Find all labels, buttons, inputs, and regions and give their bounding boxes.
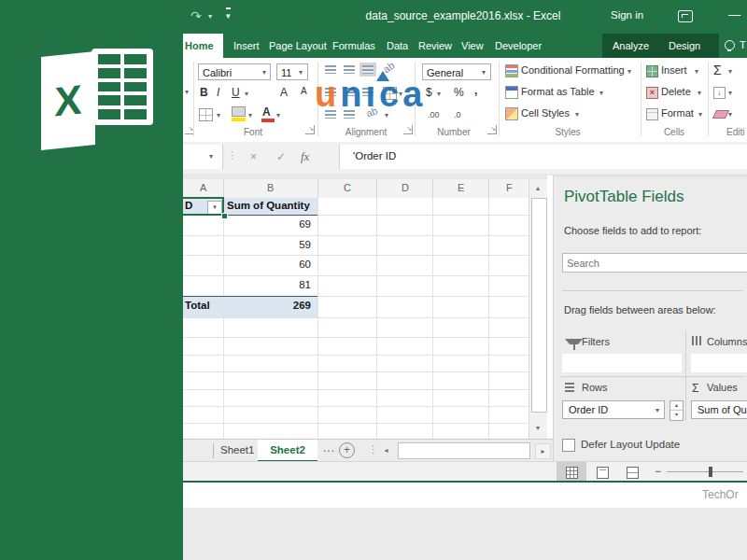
underline-dropdown-icon[interactable]: ▾ xyxy=(245,90,248,98)
values-field-sum-of-quantity[interactable]: Sum of Quantity xyxy=(691,400,747,419)
font-size-dropdown-icon[interactable]: ▾ xyxy=(299,68,303,77)
tab-formulas[interactable]: Formulas xyxy=(332,34,375,58)
column-header-e[interactable]: E xyxy=(458,182,464,193)
clipboard-dropdown-icon[interactable]: ▾ xyxy=(185,88,189,96)
tab-design[interactable]: Design xyxy=(669,34,700,58)
fill-down-icon[interactable]: ↓ xyxy=(713,87,726,99)
name-box-dropdown-icon[interactable]: ▾ xyxy=(209,152,213,161)
worksheet-grid[interactable]: D ▾ Sum of Quantity 69 59 60 81 Total 26… xyxy=(183,198,529,439)
normal-view-icon[interactable] xyxy=(566,467,578,479)
page-break-preview-icon[interactable] xyxy=(627,467,639,479)
conditional-formatting-dropdown-icon[interactable]: ▾ xyxy=(627,67,631,76)
fill-color-icon[interactable] xyxy=(232,106,246,117)
number-dialog-launcher-icon[interactable]: ↘ xyxy=(487,125,497,134)
page-layout-view-icon[interactable] xyxy=(597,467,609,479)
autosum-dropdown-icon[interactable]: ▾ xyxy=(728,67,732,76)
sheet-tab-sheet1[interactable]: Sheet1 xyxy=(220,444,254,455)
pivot-value-cell[interactable]: 81 xyxy=(183,279,311,290)
pivot-value-cell[interactable]: 60 xyxy=(183,259,311,270)
column-header-a[interactable]: A xyxy=(200,182,206,193)
font-dialog-launcher-icon[interactable]: ↘ xyxy=(305,125,315,134)
accounting-dropdown-icon[interactable]: ▾ xyxy=(437,90,441,98)
column-header-f[interactable]: F xyxy=(506,182,513,193)
minimize-button[interactable]: — xyxy=(728,7,740,21)
conditional-formatting-button[interactable]: Conditional Formatting xyxy=(521,64,625,76)
horizontal-scroll-thumb[interactable] xyxy=(398,442,530,459)
cancel-icon[interactable]: × xyxy=(250,150,257,163)
rows-field-order-id[interactable]: Order ID ▾ xyxy=(562,400,665,419)
tab-insert[interactable]: Insert xyxy=(233,34,260,58)
tab-review[interactable]: Review xyxy=(418,34,452,58)
scroll-down-icon[interactable]: ▾ xyxy=(529,424,546,432)
borders-icon[interactable] xyxy=(199,108,213,121)
vertical-scrollbar[interactable]: ▴ ▾ xyxy=(529,179,548,439)
tell-me-label[interactable]: T xyxy=(740,39,746,50)
font-color-icon[interactable]: A xyxy=(262,105,271,119)
comma-style-icon[interactable]: , xyxy=(474,84,477,97)
zoom-out-icon[interactable]: − xyxy=(655,465,661,478)
middle-align-icon[interactable] xyxy=(344,65,355,74)
font-name-dropdown-icon[interactable]: ▾ xyxy=(262,68,266,77)
hscroll-left-icon[interactable]: ◂ xyxy=(379,443,393,457)
format-cells-button[interactable]: Format xyxy=(661,107,694,119)
customize-qat-icon[interactable]: ▾ xyxy=(226,7,231,21)
tab-view[interactable]: View xyxy=(461,34,484,58)
sign-in-button[interactable]: Sign in xyxy=(611,9,643,21)
top-align-icon[interactable] xyxy=(325,65,336,74)
cell-styles-button[interactable]: Cell Styles xyxy=(521,107,570,119)
defer-layout-checkbox[interactable] xyxy=(562,439,575,452)
fill-dropdown-icon[interactable]: ▾ xyxy=(728,89,732,97)
vertical-scroll-thumb[interactable] xyxy=(531,198,547,413)
increase-decimal-icon[interactable]: .00 xyxy=(428,110,440,119)
spinner-down-icon[interactable]: ▾ xyxy=(670,410,683,419)
zoom-slider-track[interactable] xyxy=(667,471,743,472)
zoom-slider-thumb[interactable] xyxy=(709,467,712,477)
columns-drop-area[interactable] xyxy=(691,354,747,372)
formula-input[interactable]: 'Order ID xyxy=(339,145,747,169)
shrink-font-button[interactable]: A xyxy=(301,86,307,96)
format-cells-dropdown-icon[interactable]: ▾ xyxy=(698,110,702,119)
clear-eraser-icon[interactable] xyxy=(712,110,729,119)
alignment-dialog-launcher-icon[interactable]: ↘ xyxy=(403,125,413,134)
tab-bar-handle[interactable]: ⋮ xyxy=(368,443,378,455)
font-name-combobox[interactable]: Calibri xyxy=(198,63,271,80)
grow-font-button[interactable]: A xyxy=(280,86,288,99)
spinner-up-icon[interactable]: ▴ xyxy=(670,401,683,410)
delete-cells-dropdown-icon[interactable]: ▾ xyxy=(698,89,701,97)
underline-button[interactable]: U xyxy=(232,86,240,99)
filters-drop-area[interactable] xyxy=(562,354,682,372)
tab-page-layout[interactable]: Page Layout xyxy=(269,34,327,58)
pivot-grand-total-value[interactable]: 269 xyxy=(183,300,311,311)
pivot-value-cell[interactable]: 69 xyxy=(183,218,311,230)
column-header-b[interactable]: B xyxy=(267,182,274,193)
search-input[interactable] xyxy=(562,253,747,273)
format-as-table-button[interactable]: Format as Table xyxy=(521,86,595,97)
number-format-combobox[interactable]: General xyxy=(422,63,491,80)
redo-icon[interactable]: ↷ xyxy=(190,8,202,23)
percent-style-icon[interactable]: % xyxy=(454,86,464,99)
sheet-tab-overflow[interactable]: ... xyxy=(323,441,335,455)
number-format-dropdown-icon[interactable]: ▾ xyxy=(482,68,486,77)
pivot-value-cell[interactable]: 59 xyxy=(183,239,311,250)
tab-developer[interactable]: Developer xyxy=(495,34,542,58)
fill-color-dropdown-icon[interactable]: ▾ xyxy=(248,111,252,119)
ribbon-display-options-icon[interactable] xyxy=(678,10,693,22)
rows-field-dropdown-icon[interactable]: ▾ xyxy=(655,402,659,419)
areas-spinner[interactable]: ▴ ▾ xyxy=(669,400,684,421)
bottom-align-icon[interactable] xyxy=(362,65,374,74)
italic-button[interactable]: I xyxy=(217,86,219,99)
clear-dropdown-icon[interactable]: ▾ xyxy=(728,110,732,119)
tab-analyze[interactable]: Analyze xyxy=(613,34,649,58)
redo-dropdown-icon[interactable]: ▾ xyxy=(208,12,212,21)
sheet-tab-sheet2[interactable]: Sheet2 xyxy=(258,440,317,462)
hscroll-right-icon[interactable]: ▸ xyxy=(535,443,551,459)
decrease-decimal-icon[interactable]: .0 xyxy=(454,110,461,119)
borders-dropdown-icon[interactable]: ▾ xyxy=(217,111,220,119)
accounting-format-icon[interactable]: $ xyxy=(426,86,432,99)
delete-cells-button[interactable]: Delete xyxy=(661,86,691,97)
name-box[interactable]: ▾ xyxy=(183,145,223,169)
column-header-d[interactable]: D xyxy=(402,182,409,193)
insert-cells-button[interactable]: Insert xyxy=(661,64,687,76)
enter-icon[interactable]: ✓ xyxy=(276,150,286,163)
column-header-c[interactable]: C xyxy=(344,182,351,193)
